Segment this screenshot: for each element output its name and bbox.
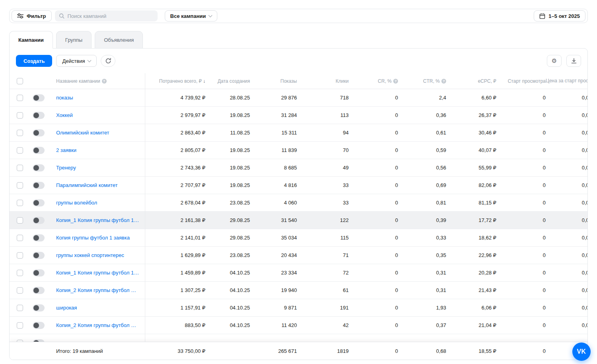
tab-campaigns[interactable]: Кампании [9, 31, 53, 49]
row-status-toggle[interactable] [33, 304, 45, 311]
row-checkbox[interactable] [17, 95, 23, 101]
row-status-toggle[interactable] [33, 182, 45, 189]
cell-spent: 4 739,92 ₽ [145, 95, 205, 101]
campaign-name-link[interactable]: показы [56, 95, 73, 101]
vk-logo-button[interactable]: VK [572, 343, 591, 361]
filter-button[interactable]: Фильтр [12, 10, 52, 21]
table-row: Хоккей 2 979,97 ₽ 19.08.25 31 284 113 0 … [10, 107, 587, 124]
row-check-cell [10, 182, 27, 189]
chevron-down-icon [209, 13, 213, 17]
row-checkbox[interactable] [17, 182, 23, 189]
export-download-button[interactable] [566, 55, 581, 67]
row-toggle-cell [27, 252, 45, 259]
column-header-ecpc[interactable]: eCPC, ₽ [446, 78, 496, 84]
row-status-toggle[interactable] [33, 112, 45, 119]
column-header-clicks[interactable]: Клики [297, 78, 349, 84]
tab-ads[interactable]: Объявления [95, 31, 143, 49]
column-header-created[interactable]: Дата создания [205, 78, 250, 84]
row-checkbox[interactable] [17, 200, 23, 206]
info-icon[interactable]: ? [102, 79, 107, 84]
refresh-button[interactable] [101, 55, 115, 67]
row-checkbox[interactable] [17, 322, 23, 329]
campaign-name-link[interactable]: Копия_1 Копия группы футбол 1… [56, 217, 139, 223]
column-header-ctr[interactable]: CTR, %? [398, 78, 446, 84]
cell-price-start: 0,00 [546, 235, 587, 241]
column-header-start-view[interactable]: Старт просмотра [496, 78, 546, 84]
row-checkbox[interactable] [17, 252, 23, 259]
row-status-toggle[interactable] [33, 234, 45, 241]
row-status-toggle[interactable] [33, 129, 45, 136]
actions-dropdown[interactable]: Действия [56, 55, 97, 67]
table-settings-button[interactable]: ⚙ [547, 55, 562, 67]
row-checkbox[interactable] [17, 217, 23, 224]
campaign-name-link[interactable]: группы хоккей спортинтерес [56, 252, 124, 258]
column-header-price-start[interactable]: Цена за старт просмотра [546, 78, 587, 84]
cell-created: 29.08.25 [205, 235, 250, 241]
totals-ctr: 0,68 [398, 348, 446, 354]
row-status-toggle[interactable] [33, 269, 45, 276]
row-checkbox[interactable] [17, 305, 23, 311]
campaign-name-link[interactable]: Олимпийский комитет [56, 130, 109, 136]
cell-shows: 31 284 [250, 112, 297, 118]
row-checkbox[interactable] [17, 270, 23, 276]
cell-clicks: 94 [297, 130, 349, 136]
row-toggle-cell [27, 304, 45, 311]
tab-groups[interactable]: Группы [56, 31, 92, 49]
date-range-picker[interactable]: 1–5 окт 2025 [534, 10, 585, 21]
campaign-name-link[interactable]: 2 заявки [56, 147, 76, 153]
row-checkbox[interactable] [17, 112, 23, 119]
row-status-toggle[interactable] [33, 94, 45, 101]
cell-ctr: 2,4 [398, 95, 446, 101]
cell-created: 19.08.25 [205, 165, 250, 171]
row-name-cell: группы волейбол [45, 200, 145, 206]
totals-spent: 33 750,00 ₽ [145, 348, 205, 354]
column-header-cr[interactable]: CR, %? [349, 78, 398, 84]
campaign-name-link[interactable]: Хоккей [56, 112, 73, 118]
campaign-name-link[interactable]: Копия группы футбол 1 заявка [56, 235, 130, 241]
campaign-name-link[interactable]: Копия_1 Копия группы футбол 1… [56, 270, 139, 276]
campaign-name-link[interactable]: Тренеру [56, 165, 76, 171]
select-all-checkbox[interactable] [17, 78, 23, 84]
date-range-label: 1–5 окт 2025 [548, 13, 580, 19]
row-status-toggle[interactable] [33, 252, 45, 259]
campaign-search[interactable] [55, 10, 158, 21]
row-check-cell [10, 112, 27, 119]
row-name-cell: группы хоккей спортинтерес [45, 252, 145, 258]
column-header-shows[interactable]: Показы [250, 78, 297, 84]
campaigns-table: Название кампании? Потрачено всего, ₽↓ Д… [10, 73, 587, 360]
row-status-toggle[interactable] [33, 322, 45, 329]
column-header-spent[interactable]: Потрачено всего, ₽↓ [145, 78, 205, 84]
actions-dropdown-label: Действия [62, 58, 85, 64]
row-status-toggle[interactable] [33, 147, 45, 154]
totals-cr: 0 [349, 348, 398, 354]
campaign-name-link[interactable]: Копия_2 Копия группы футбол … [56, 287, 136, 293]
row-checkbox[interactable] [17, 235, 23, 241]
table-row: Тренеру 2 743,36 ₽ 19.08.25 8 685 49 0 0… [10, 159, 587, 177]
campaign-scope-selector[interactable]: Все кампании [165, 10, 218, 21]
campaign-name-link[interactable]: группы волейбол [56, 200, 97, 206]
cell-spent: 1 459,89 ₽ [145, 270, 205, 276]
cell-price-start: 0,00 [546, 95, 587, 101]
row-status-toggle[interactable] [33, 287, 45, 294]
row-checkbox[interactable] [17, 165, 23, 171]
row-checkbox[interactable] [17, 287, 23, 294]
search-input[interactable] [68, 13, 154, 19]
row-status-toggle[interactable] [33, 164, 45, 171]
row-checkbox[interactable] [17, 130, 23, 136]
row-checkbox[interactable] [17, 147, 23, 154]
info-icon[interactable]: ? [393, 79, 398, 84]
campaign-name-link[interactable]: Паралимпийский комитет [56, 182, 118, 188]
info-icon[interactable]: ? [441, 79, 446, 84]
create-button[interactable]: Создать [16, 55, 52, 67]
cell-shows: 8 685 [250, 165, 297, 171]
cell-spent: 2 743,36 ₽ [145, 165, 205, 171]
column-header-name[interactable]: Название кампании? [45, 78, 145, 84]
campaign-name-link[interactable]: широкая [56, 305, 77, 311]
tab-groups-label: Группы [65, 37, 82, 43]
cell-ctr: 0,59 [398, 147, 446, 153]
row-status-toggle[interactable] [33, 217, 45, 224]
cell-clicks: 71 [297, 252, 349, 258]
row-status-toggle[interactable] [33, 199, 45, 206]
campaign-name-link[interactable]: Копия_2 Копия группы футбол … [56, 322, 136, 328]
cell-start-view: 0 [496, 270, 546, 276]
